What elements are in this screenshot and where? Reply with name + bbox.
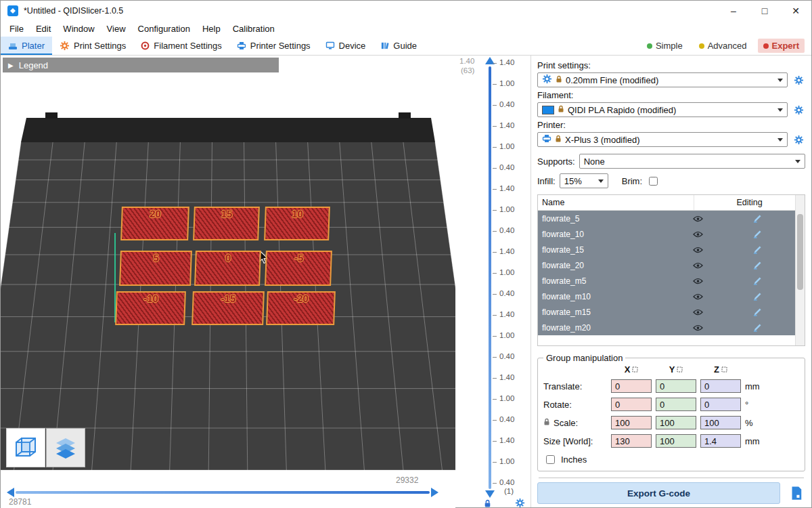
- mode-advanced[interactable]: Advanced: [694, 39, 752, 53]
- brim-checkbox[interactable]: [649, 177, 658, 186]
- manip-input-scale--x[interactable]: 100: [611, 416, 652, 429]
- export-gcode-button[interactable]: Export G-code: [537, 482, 780, 504]
- object-row-flowrate-m5[interactable]: flowrate_m5: [538, 273, 805, 289]
- eye-icon[interactable]: [685, 247, 710, 253]
- menu-file[interactable]: File: [3, 22, 30, 35]
- filament-combo[interactable]: QIDI PLA Rapido (modified): [537, 102, 788, 117]
- printer-gear-button[interactable]: [792, 133, 805, 146]
- object-row-flowrate-m20[interactable]: flowrate_m20: [538, 320, 805, 335]
- edit-icon[interactable]: [710, 323, 805, 332]
- layer-slider-down-arrow[interactable]: [485, 490, 495, 498]
- menu-view[interactable]: View: [101, 22, 132, 35]
- manip-input-size-world--y[interactable]: 100: [656, 434, 696, 448]
- eye-icon[interactable]: [685, 293, 710, 300]
- close-button[interactable]: ✕: [780, 1, 811, 21]
- model-flowrate-15[interactable]: 15: [193, 207, 260, 240]
- manip-input-translate--x[interactable]: 0: [611, 379, 652, 393]
- manip-input-translate--z[interactable]: 0: [700, 379, 741, 393]
- edit-icon[interactable]: [710, 292, 805, 301]
- eye-icon[interactable]: [685, 215, 710, 222]
- mode-expert[interactable]: Expert: [758, 39, 805, 53]
- model-flowrate--20[interactable]: -20: [266, 291, 336, 325]
- hslider-right-arrow[interactable]: [431, 488, 438, 497]
- layer-lock-icon[interactable]: [484, 499, 491, 508]
- model-flowrate--15[interactable]: -15: [191, 291, 265, 325]
- mode-simple[interactable]: Simple: [641, 39, 688, 53]
- scrollbar-thumb[interactable]: [797, 214, 803, 290]
- eye-icon[interactable]: [685, 231, 710, 238]
- uniform-scale-lock-icon[interactable]: [543, 418, 550, 428]
- main-area: ▶ Legend: [1, 56, 811, 507]
- layer-tick: [493, 357, 497, 358]
- tab-bar: PlaterPrint SettingsFilament SettingsPri…: [1, 37, 811, 56]
- object-list-scrollbar[interactable]: [795, 195, 805, 345]
- minimize-button[interactable]: –: [718, 1, 749, 21]
- model-flowrate--10[interactable]: -10: [115, 291, 186, 325]
- tab-device[interactable]: Device: [318, 37, 374, 55]
- model-flowrate-5[interactable]: 5: [119, 251, 192, 286]
- menu-help[interactable]: Help: [196, 22, 227, 35]
- editing-column-header[interactable]: Editing: [694, 195, 805, 210]
- viewport-3d[interactable]: ▶ Legend: [1, 56, 455, 508]
- object-row-flowrate-10[interactable]: flowrate_10: [538, 226, 805, 242]
- object-row-flowrate-m10[interactable]: flowrate_m10: [538, 289, 805, 304]
- manip-input-size-world--z[interactable]: 1.4: [700, 434, 741, 448]
- eye-icon[interactable]: [685, 278, 710, 284]
- menu-window[interactable]: Window: [57, 22, 100, 35]
- object-row-flowrate-15[interactable]: flowrate_15: [538, 242, 805, 257]
- tab-guide[interactable]: Guide: [373, 37, 424, 55]
- model-flowrate-10[interactable]: 10: [264, 207, 330, 240]
- edit-icon[interactable]: [710, 214, 805, 223]
- hslider-left-arrow[interactable]: [7, 488, 14, 497]
- print-settings-gear-button[interactable]: [792, 73, 805, 87]
- eye-icon[interactable]: [685, 309, 710, 316]
- object-row-flowrate-5[interactable]: flowrate_5: [538, 211, 805, 226]
- layer-slider-gear-icon[interactable]: [515, 498, 525, 508]
- edit-icon[interactable]: [710, 261, 805, 270]
- eye-icon[interactable]: [685, 262, 710, 269]
- simple-dot-icon: [647, 43, 652, 49]
- inches-checkbox[interactable]: [546, 455, 555, 464]
- maximize-button[interactable]: □: [749, 1, 780, 21]
- edit-icon[interactable]: [710, 230, 805, 238]
- menu-edit[interactable]: Edit: [30, 22, 57, 35]
- edit-icon[interactable]: [710, 276, 805, 285]
- object-name: flowrate_20: [538, 261, 685, 270]
- manip-input-size-world--x[interactable]: 130: [611, 434, 652, 448]
- layers-view-button[interactable]: [46, 428, 85, 467]
- model-flowrate-0[interactable]: 0: [194, 251, 261, 286]
- print-settings-combo[interactable]: 0.20mm Fine (modified): [537, 72, 788, 87]
- manip-input-rotate--z[interactable]: 0: [700, 398, 741, 411]
- layer-tick-label: 0.40: [499, 352, 514, 360]
- object-row-flowrate-m15[interactable]: flowrate_m15: [538, 304, 805, 320]
- model-flowrate-20[interactable]: 20: [120, 207, 189, 240]
- tab-plater[interactable]: Plater: [1, 37, 52, 55]
- eye-icon[interactable]: [685, 324, 710, 331]
- legend-expand-icon[interactable]: ▶: [8, 62, 14, 69]
- manip-input-rotate--y[interactable]: 0: [656, 398, 696, 411]
- tab-filament-settings[interactable]: Filament Settings: [133, 37, 229, 55]
- infill-combo[interactable]: 15%: [560, 173, 608, 188]
- model-flowrate--5[interactable]: -5: [265, 251, 332, 286]
- name-column-header[interactable]: Name: [538, 198, 694, 207]
- edit-icon[interactable]: [710, 245, 805, 254]
- object-row-flowrate-20[interactable]: flowrate_20: [538, 257, 805, 273]
- menu-configuration[interactable]: Configuration: [132, 22, 196, 35]
- export-to-sd-button[interactable]: [786, 483, 805, 503]
- manip-input-rotate--x[interactable]: 0: [611, 398, 652, 411]
- tab-print-settings[interactable]: Print Settings: [52, 37, 133, 55]
- edit-icon[interactable]: [710, 308, 805, 316]
- lock-icon: [555, 135, 562, 145]
- legend-bar[interactable]: ▶ Legend: [3, 58, 279, 72]
- manip-input-translate--y[interactable]: 0: [656, 379, 696, 393]
- menu-calibration[interactable]: Calibration: [227, 22, 281, 35]
- manip-input-scale--z[interactable]: 100: [700, 416, 741, 429]
- supports-combo[interactable]: None: [579, 154, 805, 169]
- isometric-view-button[interactable]: [6, 428, 45, 467]
- filament-gear-button[interactable]: [792, 103, 805, 117]
- tab-printer-settings[interactable]: Printer Settings: [229, 37, 318, 55]
- manip-input-scale--y[interactable]: 100: [656, 416, 696, 429]
- horizontal-slider[interactable]: [16, 491, 430, 494]
- printer-combo[interactable]: X-Plus 3 (modified): [537, 132, 788, 147]
- layer-slider[interactable]: [489, 66, 491, 489]
